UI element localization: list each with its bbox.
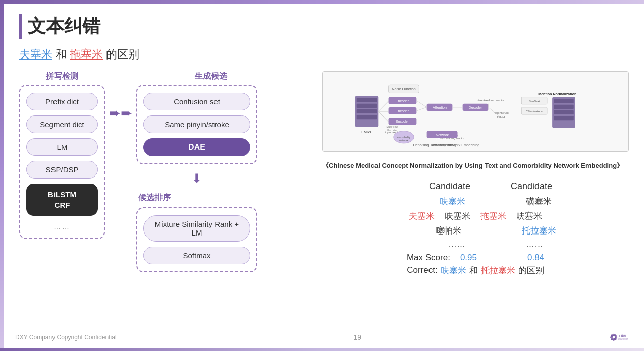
svg-rect-1	[357, 98, 377, 102]
right-panel: EMRs Noise Function Encoder Encoder Enco…	[322, 71, 629, 339]
page-title: 文本纠错	[19, 14, 629, 39]
footer-logo: 丁香园 WWW.DXY.CN	[599, 330, 629, 345]
max-score-1: 0.95	[460, 253, 477, 263]
svg-text:reconstruct: reconstruct	[494, 111, 509, 114]
col1-row4: ……	[448, 240, 465, 250]
svg-text:Mention Normalization: Mention Normalization	[538, 92, 576, 96]
svg-text:Network: Network	[436, 133, 449, 137]
candidate-row-2: 夫塞米 呋塞米 拖塞米 呋塞米	[322, 210, 629, 222]
right-arrow-icon: ➨➨	[109, 105, 132, 122]
arrow-wrapper: ➨➨	[105, 105, 136, 122]
candidate-row-3: 噻帕米 托拉塞米	[322, 225, 629, 237]
candidates-header: Candidate Candidate	[322, 181, 629, 192]
candidate-row-4: …… ……	[322, 240, 629, 250]
dae-pill: DAE	[143, 138, 250, 156]
detection-box: Prefix dict Segment dict LM SSP/DSP BiLS…	[19, 85, 105, 239]
svg-line-6	[378, 101, 388, 111]
main-content: 文本纠错 夫塞米 和 拖塞米 的区别 拼写检测 生成候选 Prefix dict	[4, 4, 644, 348]
correct-mid: 和	[469, 265, 478, 276]
svg-rect-47	[554, 105, 574, 109]
mixture-pill: Mixture Similarity Rank + LM	[143, 215, 250, 242]
col2-row4: ……	[526, 240, 543, 250]
candidates-table: Candidate Candidate 呋塞米 磺塞米 夫塞米 呋塞米 拖塞米 …	[322, 181, 629, 276]
col1-row3: 噻帕米	[436, 225, 461, 237]
confusion-set-pill: Confusion set	[143, 93, 250, 110]
footer-page: 19	[353, 333, 361, 341]
svg-line-22	[416, 101, 426, 107]
col2-row2-label: 拖塞米	[480, 210, 506, 222]
svg-text:EMRs: EMRs	[361, 130, 371, 134]
svg-rect-4	[357, 115, 377, 119]
bilstm-pill: BiLSTMCRF	[26, 184, 98, 216]
svg-text:network: network	[399, 139, 408, 142]
svg-text:丁香园: 丁香园	[618, 334, 626, 337]
svg-rect-48	[554, 110, 574, 114]
svg-rect-49	[554, 116, 574, 120]
generation-box: Confusion set Same pinyin/stroke DAE	[136, 85, 257, 164]
correct-part2: 托拉塞米	[481, 265, 515, 276]
same-pinyin-pill: Same pinyin/stroke	[143, 115, 250, 133]
diagram-labels-row: 拼写检测 生成候选	[19, 71, 312, 82]
svg-text:Noise Function: Noise Function	[392, 87, 415, 91]
candidate-row-1: 呋塞米 磺塞米	[322, 196, 629, 207]
svg-text:*Simfeature: *Simfeature	[526, 109, 543, 113]
top-accent-bar	[0, 0, 644, 4]
correct-end: 的区别	[518, 265, 544, 276]
svg-text:Encoder: Encoder	[387, 129, 397, 132]
subtitle-part2: 拖塞米	[70, 48, 103, 61]
subtitle-mid: 和	[56, 48, 67, 61]
max-score-2: 0.84	[527, 253, 544, 263]
softmax-pill: Softmax	[143, 247, 250, 264]
svg-text:Decoder: Decoder	[469, 106, 482, 110]
generation-label: 生成候选	[195, 72, 227, 80]
main-layout: 拼写检测 生成候选 Prefix dict Segment dict LM SS…	[19, 71, 629, 339]
max-score-row: Max Score: 0.95 0.84	[322, 253, 629, 263]
svg-text:Encoder: Encoder	[396, 109, 409, 113]
subtitle: 夫塞米 和 拖塞米 的区别	[19, 47, 629, 62]
svg-point-56	[613, 336, 615, 339]
svg-text:denoised text vector: denoised text vector	[477, 98, 504, 102]
bottom-accent-bar	[0, 348, 644, 351]
left-accent-bar	[0, 0, 4, 351]
col2-row2-val: 呋塞米	[516, 210, 542, 222]
prefix-dict-pill: Prefix dict	[26, 93, 98, 110]
subtitle-end: 的区别	[106, 48, 139, 61]
footer-copyright: DXY Company Copyright Confidential	[15, 334, 117, 341]
correct-part1: 呋塞米	[441, 265, 466, 276]
col2-row1: 磺塞米	[526, 196, 552, 207]
left-diagram: 拼写检测 生成候选 Prefix dict Segment dict LM SS…	[19, 71, 312, 339]
col1-row1: 呋塞米	[440, 196, 465, 207]
down-arrow-icon: ⬇	[192, 171, 202, 186]
svg-text:Encoder: Encoder	[396, 120, 409, 124]
ranking-label: 候选排序	[138, 193, 257, 203]
col1-row2-val: 呋塞米	[445, 210, 470, 222]
svg-rect-46	[554, 99, 574, 103]
segment-dict-pill: Segment dict	[26, 115, 98, 133]
svg-text:SimText: SimText	[529, 99, 540, 103]
svg-text:Attention: Attention	[433, 106, 447, 110]
left-ellipsis: ……	[26, 223, 98, 231]
col2-row3: 托拉塞米	[522, 225, 556, 237]
ssp-dsp-pill: SSP/DSP	[26, 161, 98, 179]
candidate-header-1: Candidate	[429, 181, 470, 192]
svg-text:Encoder: Encoder	[396, 99, 409, 103]
svg-text:Denoising Text Embedding: Denoising Text Embedding	[413, 143, 456, 147]
col1-row2-label: 夫塞米	[409, 210, 435, 222]
detection-label: 拼写检测	[46, 72, 78, 80]
lm-pill: LM	[26, 138, 98, 156]
ranking-box: Mixture Similarity Rank + LM Softmax	[136, 207, 257, 272]
max-score-label: Max Score:	[407, 253, 450, 263]
svg-rect-3	[357, 109, 377, 113]
svg-line-23	[416, 107, 426, 111]
diagram-caption: 《Chinese Medical Concept Normalization b…	[322, 161, 629, 171]
subtitle-part1: 夫塞米	[19, 48, 52, 61]
correct-row: Correct: 呋塞米 和 托拉塞米 的区别	[322, 265, 629, 276]
network-diagram: EMRs Noise Function Encoder Encoder Enco…	[322, 71, 629, 152]
svg-text:Embedding: Embedding	[436, 137, 449, 140]
svg-line-8	[378, 111, 388, 122]
down-arrow-wrapper: ⬇	[136, 171, 257, 186]
correct-label: Correct:	[407, 265, 437, 275]
candidate-header-2: Candidate	[511, 181, 552, 192]
right-box-wrapper: Confusion set Same pinyin/stroke DAE ⬇ 候…	[136, 85, 257, 272]
svg-text:WWW.DXY.CN: WWW.DXY.CN	[618, 338, 628, 340]
